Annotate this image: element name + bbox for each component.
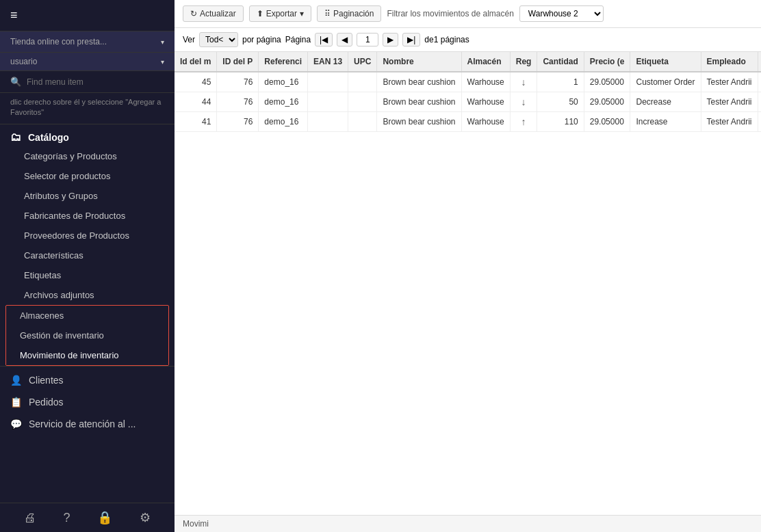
export-icon: ⬆: [257, 9, 263, 18]
sidebar-item-almacenes[interactable]: Almacenes: [6, 306, 168, 325]
cell-precio: 29.05000: [584, 112, 630, 132]
sidebar-item-clientes[interactable]: 👤 Clientes: [0, 369, 175, 391]
total-pages-label: de1 páginas: [424, 35, 469, 44]
cell-referencia: demo_16: [259, 72, 308, 92]
servicio-icon: 💬: [10, 418, 22, 429]
sidebar-search-bar: 🔍: [0, 71, 175, 93]
sidebar-item-selector[interactable]: Selector de productos: [0, 166, 175, 186]
col-id-prod: ID del P: [217, 52, 259, 72]
cell-id-mov: 41: [175, 112, 217, 132]
cell-etiqueta: Customer Order: [630, 72, 701, 92]
update-label: Actualizar: [200, 9, 236, 18]
cell-nombre: Brown bear cushion: [377, 92, 461, 112]
inventory-table: Id del m ID del P Referenci EAN 13 UPC N…: [175, 52, 761, 132]
cell-precio: 29.05000: [584, 92, 630, 112]
status-bar: Movimi: [175, 515, 761, 532]
update-button[interactable]: ↻ Actualizar: [183, 5, 244, 22]
cell-upc: [348, 112, 377, 132]
cell-ean13: [308, 112, 348, 132]
cell-cantidad: 50: [537, 92, 584, 112]
sidebar-user[interactable]: usuario ▾: [0, 53, 175, 71]
cell-ean13: [308, 72, 348, 92]
table-container: Id del m ID del P Referenci EAN 13 UPC N…: [175, 52, 761, 515]
cell-almacen: Warhouse: [461, 92, 510, 112]
sidebar-item-gestion[interactable]: Gestión de inventario: [6, 325, 168, 345]
cell-nombre: Brown bear cushion: [377, 72, 461, 92]
inventory-group-box: Almacenes Gestión de inventario Movimien…: [5, 305, 169, 366]
cell-id-prod: 76: [217, 112, 259, 132]
reg-decrease-icon: ↓: [521, 96, 526, 107]
cell-reg: ↓: [510, 72, 537, 92]
settings-icon[interactable]: ⚙: [140, 510, 151, 525]
help-icon[interactable]: ?: [64, 511, 70, 525]
sidebar-item-categorias[interactable]: Categorías y Productos: [0, 146, 175, 166]
cell-fecha: 12/30/2021: [758, 92, 761, 112]
brand-chevron-icon: ▾: [161, 38, 164, 46]
search-icon: 🔍: [10, 77, 21, 87]
sidebar-item-fabricantes[interactable]: Fabricantes de Productos: [0, 206, 175, 226]
main-content: ↻ Actualizar ⬆ Exportar ▾ ⠿ Paginación F…: [175, 0, 761, 532]
sidebar-item-etiquetas[interactable]: Etiquetas: [0, 265, 175, 285]
per-page-select[interactable]: Tod<: [199, 32, 238, 47]
col-cantidad: Cantidad: [537, 52, 584, 72]
next-page-button[interactable]: ▶: [383, 33, 398, 46]
search-input[interactable]: [27, 77, 164, 87]
clientes-label: Clientes: [29, 375, 64, 386]
servicio-label: Servicio de atención al ...: [29, 418, 136, 429]
col-upc: UPC: [348, 52, 377, 72]
sidebar-item-proveedores[interactable]: Proveedores de Productos: [0, 226, 175, 245]
sidebar-bottom: 👤 Clientes 📋 Pedidos 💬 Servicio de atenc…: [0, 366, 175, 438]
table-row[interactable]: 45 76 demo_16 Brown bear cushion Warhous…: [175, 72, 761, 92]
clientes-icon: 👤: [10, 375, 22, 386]
col-ean13: EAN 13: [308, 52, 348, 72]
cell-empleado: Tester Andrii: [701, 92, 758, 112]
first-page-button[interactable]: |◀: [315, 33, 333, 46]
sidebar-top: ≡: [0, 0, 175, 31]
last-page-button[interactable]: ▶|: [402, 33, 420, 46]
page-number-input[interactable]: [357, 33, 378, 46]
prev-page-button[interactable]: ◀: [337, 33, 352, 46]
sidebar-user-text: usuario: [10, 57, 37, 66]
sidebar-item-pedidos[interactable]: 📋 Pedidos: [0, 391, 175, 413]
cell-reg: ↑: [510, 112, 537, 132]
sidebar-item-caracteristicas[interactable]: Características: [0, 245, 175, 265]
sidebar-item-servicio[interactable]: 💬 Servicio de atención al ...: [0, 413, 175, 435]
warehouse-filter-select[interactable]: Warwhouse 2: [519, 5, 604, 22]
pedidos-icon: 📋: [10, 397, 22, 408]
cell-reg: ↓: [510, 92, 537, 112]
sidebar-section-catalogo: 🗂 Catálogo: [0, 124, 175, 146]
export-button[interactable]: ⬆ Exportar ▾: [249, 5, 311, 22]
col-etiqueta: Etiqueta: [630, 52, 701, 72]
hamburger-icon[interactable]: ≡: [10, 8, 18, 23]
sidebar-brand-text: Tienda online con presta...: [10, 37, 107, 46]
col-precio: Precio (e: [584, 52, 630, 72]
col-reg: Reg: [510, 52, 537, 72]
pagination-button[interactable]: ⠿ Paginación: [317, 5, 381, 22]
col-id-mov: Id del m: [175, 52, 217, 72]
cell-referencia: demo_16: [259, 112, 308, 132]
sidebar: ≡ Tienda online con presta... ▾ usuario …: [0, 0, 175, 532]
cell-etiqueta: Increase: [630, 112, 701, 132]
export-chevron-icon: ▾: [300, 9, 304, 18]
sidebar-footer: 🖨 ? 🔒 ⚙: [0, 503, 175, 532]
sidebar-item-movimiento[interactable]: Movimiento de inventario: [6, 345, 168, 365]
cell-id-prod: 76: [217, 72, 259, 92]
cell-cantidad: 1: [537, 72, 584, 92]
cell-fecha: 12/30/2021: [758, 72, 761, 92]
cell-fecha: 12/30/2021: [758, 112, 761, 132]
status-text: Movimi: [183, 519, 209, 529]
sidebar-item-atributos[interactable]: Atributos y Grupos: [0, 186, 175, 206]
cell-empleado: Tester Andrii: [701, 72, 758, 92]
cell-etiqueta: Decrease: [630, 92, 701, 112]
cell-cantidad: 110: [537, 112, 584, 132]
user-chevron-icon: ▾: [161, 58, 164, 66]
print-icon[interactable]: 🖨: [24, 511, 36, 525]
lock-icon[interactable]: 🔒: [97, 510, 112, 525]
sidebar-brand[interactable]: Tienda online con presta... ▾: [0, 31, 175, 53]
cell-id-prod: 76: [217, 92, 259, 112]
cell-upc: [348, 92, 377, 112]
table-row[interactable]: 44 76 demo_16 Brown bear cushion Warhous…: [175, 92, 761, 112]
sidebar-info-text: dlic derecho sobre él y seleccione "Agre…: [0, 93, 175, 124]
table-row[interactable]: 41 76 demo_16 Brown bear cushion Warhous…: [175, 112, 761, 132]
sidebar-item-archivos[interactable]: Archivos adjuntos: [0, 285, 175, 305]
